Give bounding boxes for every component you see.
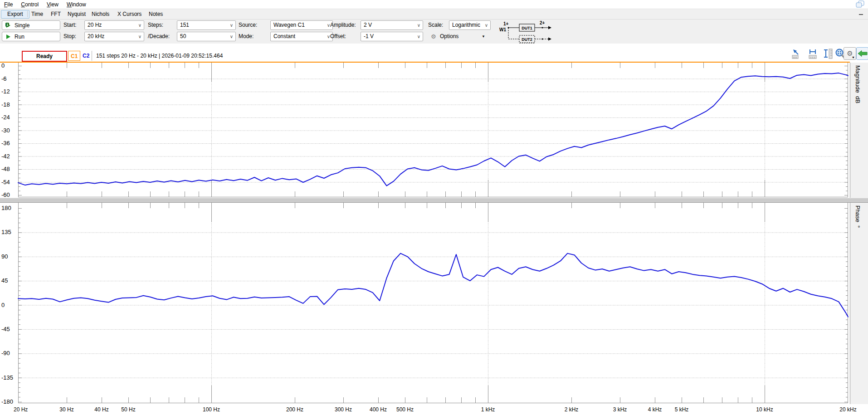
magnitude-axis-title: Magnitude dB xyxy=(854,65,861,103)
y-axis-label: -54 xyxy=(1,179,10,186)
x-axis-label: 500 Hz xyxy=(396,406,414,413)
y-axis-label: -42 xyxy=(1,153,10,160)
stop-value: 20 kHz xyxy=(88,33,104,39)
y-axis-label: -6 xyxy=(1,75,7,82)
tab-fft[interactable]: FFT xyxy=(51,11,61,17)
tab-nyquist[interactable]: Nyquist xyxy=(68,11,86,17)
amplitude-label: Amplitude: xyxy=(330,20,356,30)
x-axis-label: 20 kHz xyxy=(839,406,856,413)
y-axis-label: 0 xyxy=(1,62,5,69)
chevron-down-icon: ∨ xyxy=(230,21,233,29)
per-decade-select[interactable]: 50∨ xyxy=(177,32,236,41)
menu-view[interactable]: View xyxy=(43,0,63,9)
scale-value: Logarithmic xyxy=(452,22,480,28)
trace-c2 xyxy=(18,254,848,317)
x-axis-label: 200 Hz xyxy=(286,406,303,413)
offset-select[interactable]: -1 V∨ xyxy=(361,32,423,41)
network-analyzer-window: FileControlViewWindow Export Time FFT Ny… xyxy=(0,0,868,415)
x-axis-label: 20 Hz xyxy=(14,406,28,413)
status-badge: Ready xyxy=(22,51,67,62)
single-button[interactable]: 1 Single xyxy=(2,20,60,30)
start-value: 20 Hz xyxy=(88,22,102,28)
dut1-label: DUT1 xyxy=(522,26,532,30)
w1-label: W1 xyxy=(499,27,506,32)
scale-label: Scale: xyxy=(428,20,443,30)
options-button[interactable]: Options xyxy=(440,32,458,41)
options-caret-icon[interactable]: ▼ xyxy=(482,32,485,41)
gear-icon: ⚙ xyxy=(431,32,436,41)
offset-label: Offset: xyxy=(330,32,346,41)
y-axis-label: -36 xyxy=(1,140,10,146)
x-axis-label: 100 Hz xyxy=(203,406,220,413)
single-button-label: Single xyxy=(15,22,29,29)
phase-axis-title: Phase ° xyxy=(854,205,861,228)
mode-select[interactable]: Constant∨ xyxy=(270,32,333,41)
analyzer-tab-bar: Export Time FFT Nyquist Nichols X Cursor… xyxy=(0,9,868,20)
play-run-icon xyxy=(6,34,10,39)
tab-notes[interactable]: Notes xyxy=(149,11,163,17)
channel-c2-toggle[interactable]: C2 xyxy=(80,51,92,61)
offset-value: -1 V xyxy=(364,33,374,39)
y-axis-label: 135 xyxy=(1,229,11,235)
w1-plus-label: 1+ xyxy=(503,21,509,26)
steps-label: Steps: xyxy=(148,20,163,30)
vertical-cursor-tool-icon[interactable] xyxy=(822,48,833,59)
x-axis-label: 3 kHz xyxy=(613,406,627,413)
menu-control[interactable]: Control xyxy=(17,0,43,9)
magnitude-plot[interactable] xyxy=(0,63,868,198)
plus2-label: 2+ xyxy=(540,20,545,25)
run-button[interactable]: Run xyxy=(2,32,60,41)
x-axis-label: 5 kHz xyxy=(675,406,689,413)
y-axis-label: -30 xyxy=(1,127,10,134)
amplitude-value: 2 V xyxy=(364,22,372,28)
y-axis-label: -24 xyxy=(1,114,10,121)
menu-window[interactable]: Window xyxy=(63,0,90,9)
scale-select[interactable]: Logarithmic∨ xyxy=(449,20,491,30)
tab-x-cursors[interactable]: X Cursors xyxy=(117,11,141,17)
tab-nichols[interactable]: Nichols xyxy=(92,11,109,17)
y-axis-label: -60 xyxy=(1,191,10,198)
chevron-down-icon: ∨ xyxy=(485,21,488,29)
export-button[interactable]: Export xyxy=(1,10,29,19)
play-single-icon: 1 xyxy=(6,23,10,28)
y-axis-label: 90 xyxy=(1,253,8,260)
collapse-icon[interactable] xyxy=(859,14,863,15)
run-button-label: Run xyxy=(15,34,24,40)
phase-plot[interactable] xyxy=(0,203,868,404)
mode-label: Mode: xyxy=(239,32,254,41)
y-axis-label: -48 xyxy=(1,166,10,172)
per-decade-value: 50 xyxy=(180,33,186,39)
stop-select[interactable]: 20 kHz∨ xyxy=(84,32,144,41)
horizontal-cursor-tool-icon[interactable] xyxy=(807,48,818,59)
y-axis-label: -12 xyxy=(1,88,10,95)
back-button[interactable] xyxy=(856,47,868,60)
chevron-down-icon: ∨ xyxy=(138,32,141,41)
menu-file[interactable]: File xyxy=(0,0,17,9)
chevron-down-icon: ∨ xyxy=(417,21,420,29)
x-axis-label: 1 kHz xyxy=(481,406,495,413)
x-axis-label: 400 Hz xyxy=(370,406,387,413)
plot-settings-button[interactable]: ⚙ ▼ xyxy=(844,47,856,60)
steps-select[interactable]: 151∨ xyxy=(177,20,236,30)
amplitude-select[interactable]: 2 V∨ xyxy=(361,20,423,30)
chevron-down-icon: ∨ xyxy=(138,21,141,29)
plot-splitter-handle[interactable] xyxy=(0,198,868,203)
dut-wiring-diagram: 1+ W1 DUT1 2+ DUT2 xyxy=(498,20,554,44)
pointer-cursor-tool-icon[interactable] xyxy=(792,48,803,59)
separator xyxy=(27,11,28,17)
restore-window-icon[interactable] xyxy=(855,0,865,8)
steps-value: 151 xyxy=(180,22,189,28)
source-value: Wavegen C1 xyxy=(273,22,305,28)
chevron-down-icon: ∨ xyxy=(230,32,233,41)
x-axis-label: 4 kHz xyxy=(648,406,662,413)
y-axis-label: 180 xyxy=(1,205,11,211)
tab-time[interactable]: Time xyxy=(31,11,43,17)
y-axis-label: -18 xyxy=(1,101,10,108)
channel-c1-toggle[interactable]: C1 xyxy=(68,51,80,61)
source-select[interactable]: Wavegen C1∨ xyxy=(270,20,333,30)
y-axis-label: -45 xyxy=(1,326,10,332)
start-select[interactable]: 20 Hz∨ xyxy=(84,20,144,30)
stop-label: Stop: xyxy=(63,32,76,41)
trace-c2 xyxy=(18,73,848,186)
x-axis-label: 10 kHz xyxy=(756,406,773,413)
